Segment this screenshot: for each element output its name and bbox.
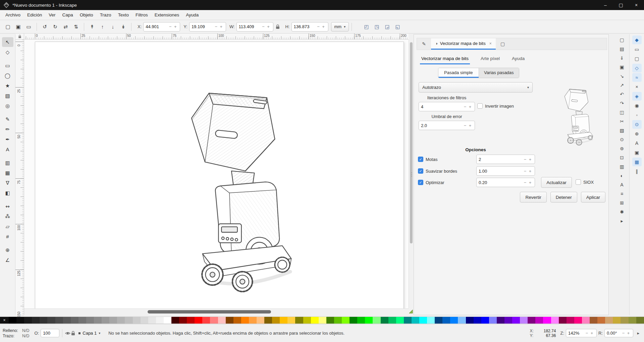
palette-swatch-38[interactable] — [303, 317, 311, 324]
palette-swatch-33[interactable] — [264, 317, 272, 324]
optimizar-input[interactable]: 0.20 − + — [476, 178, 535, 187]
horizontal-scrollbar-thumb[interactable] — [148, 310, 271, 314]
flip-horizontal-icon[interactable]: ⇄ — [60, 22, 71, 32]
motas-checkbox[interactable]: ✓ — [418, 157, 423, 162]
align-dialog-icon[interactable]: ⊞ — [617, 198, 627, 207]
palette-swatch-62[interactable] — [489, 317, 497, 324]
menu-texto[interactable]: Texto — [115, 11, 132, 19]
palette-swatch-59[interactable] — [466, 317, 474, 324]
print-icon[interactable]: ▣ — [617, 63, 627, 71]
zoom-selection-icon[interactable]: ⊙ — [617, 135, 627, 144]
palette-swatch-68[interactable] — [535, 317, 543, 324]
layer-selector[interactable]: Capa 1 ▾ — [76, 330, 103, 337]
increment-button[interactable]: + — [468, 123, 473, 128]
x-increment[interactable]: + — [173, 24, 178, 29]
3d-box-tool[interactable]: ▧ — [2, 91, 13, 101]
tweak-tool[interactable]: ↭ — [2, 202, 13, 211]
palette-swatch-80[interactable] — [629, 317, 636, 324]
rotate-cw-icon[interactable]: ↻ — [50, 22, 60, 32]
text-dialog-icon[interactable]: A — [617, 180, 627, 189]
palette-swatch-20[interactable] — [164, 317, 171, 324]
preferences-icon[interactable]: ✱ — [617, 208, 627, 216]
palette-swatch-37[interactable] — [295, 317, 303, 324]
width-increment[interactable]: + — [266, 24, 271, 29]
palette-swatch-69[interactable] — [543, 317, 551, 324]
rotate-cw-button[interactable]: + — [626, 331, 631, 336]
menu-objeto[interactable]: Objeto — [76, 11, 97, 19]
no-color-swatch[interactable]: × — [0, 317, 9, 324]
export-icon[interactable]: ↗ — [617, 81, 627, 90]
close-button[interactable]: × — [629, 0, 644, 10]
deselect-icon[interactable]: ▭ — [23, 22, 34, 32]
siox-checkbox-row[interactable]: SIOX — [576, 179, 594, 185]
raise-icon[interactable]: ↑ — [97, 22, 108, 32]
undo-icon[interactable]: ↶ — [617, 90, 627, 99]
palette-swatch-54[interactable] — [427, 317, 435, 324]
decrement-button[interactable]: − — [523, 157, 528, 162]
star-tool[interactable]: ★ — [2, 81, 13, 91]
optimizar-checkbox-row[interactable]: ✓ Optimizar — [418, 180, 444, 185]
close-tab-icon[interactable]: × — [489, 41, 492, 46]
palette-swatch-1[interactable] — [16, 317, 24, 324]
fill-stroke-dock-tab[interactable]: ✎ — [417, 38, 431, 50]
palette-swatch-61[interactable] — [481, 317, 489, 324]
export-dock-tab[interactable]: ▢ — [496, 38, 510, 50]
height-input[interactable]: 136.873 − + — [291, 22, 328, 32]
palette-swatch-5[interactable] — [47, 317, 55, 324]
transform-stroke-toggle-icon[interactable]: ◰ — [361, 22, 372, 32]
detection-mode-dropdown[interactable]: Autotrazo ▾ — [419, 82, 533, 93]
cut-icon[interactable]: ✂ — [617, 117, 627, 126]
palette-swatch-73[interactable] — [574, 317, 582, 324]
palette-swatch-72[interactable] — [567, 317, 574, 324]
invert-image-checkbox-row[interactable]: Invertir imagen — [477, 103, 514, 109]
invert-image-checkbox[interactable] — [477, 103, 483, 109]
palette-swatch-66[interactable] — [520, 317, 528, 324]
menu-extensiones[interactable]: Extensiones — [151, 11, 183, 19]
palette-swatch-21[interactable] — [171, 317, 179, 324]
save-icon[interactable]: ⇓ — [617, 54, 627, 62]
ruler-vertical[interactable]: 0255075100125150 — [15, 40, 24, 315]
palette-swatch-8[interactable] — [71, 317, 78, 324]
palette-swatch-53[interactable] — [419, 317, 427, 324]
gradient-tool[interactable]: ▥ — [2, 158, 13, 168]
palette-swatch-25[interactable] — [202, 317, 210, 324]
palette-swatch-49[interactable] — [388, 317, 396, 324]
eraser-tool[interactable]: ▱ — [2, 222, 13, 231]
connector-tool[interactable]: # — [2, 232, 13, 241]
palette-swatch-70[interactable] — [551, 317, 559, 324]
snap-page-border-icon[interactable]: ▣ — [632, 148, 642, 157]
palette-swatch-76[interactable] — [597, 317, 605, 324]
tab-vectorizar-mapa-de-bits[interactable]: Vectorizar mapa de bits — [420, 53, 470, 64]
snap-text-baselines-icon[interactable]: A — [632, 139, 642, 148]
revert-button[interactable]: Revertir — [520, 192, 546, 203]
zoom-drawing-icon[interactable]: ⊚ — [617, 144, 627, 153]
palette-swatch-51[interactable] — [404, 317, 412, 324]
measure-tool[interactable]: ∠ — [2, 255, 13, 265]
y-decrement[interactable]: − — [214, 24, 219, 29]
palette-swatch-14[interactable] — [117, 317, 125, 324]
ruler-corner-lock[interactable] — [15, 34, 24, 40]
palette-swatch-31[interactable] — [249, 317, 257, 324]
menu-capa[interactable]: Capa — [59, 11, 76, 19]
minimize-button[interactable]: – — [598, 0, 613, 10]
maximize-button[interactable]: ▢ — [613, 0, 629, 10]
menu-edicion[interactable]: Edición — [24, 11, 45, 19]
palette-swatch-47[interactable] — [373, 317, 380, 324]
raise-to-top-icon[interactable]: ↟ — [87, 22, 97, 32]
decrement-button[interactable]: − — [463, 104, 468, 109]
rotate-ccw-button[interactable]: − — [621, 331, 626, 336]
menu-archivo[interactable]: Archivo — [2, 11, 24, 19]
palette-swatch-12[interactable] — [102, 317, 109, 324]
snap-midpoints-icon[interactable]: ◦ — [632, 111, 642, 119]
ellipse-tool[interactable]: ◯ — [2, 71, 13, 80]
import-icon[interactable]: ↘ — [617, 72, 627, 80]
palette-swatch-67[interactable] — [528, 317, 535, 324]
palette-swatch-39[interactable] — [311, 317, 319, 324]
robot-sketch-image[interactable] — [157, 78, 306, 293]
tab-varias-pasadas[interactable]: Varias pasadas — [479, 68, 519, 78]
filter-iterations-input[interactable]: 4 − + — [419, 102, 475, 111]
palette-swatch-34[interactable] — [272, 317, 280, 324]
redo-icon[interactable]: ↷ — [617, 99, 627, 108]
snap-bbox-edges-icon[interactable]: ▢ — [632, 54, 642, 63]
palette-swatch-52[interactable] — [412, 317, 419, 324]
